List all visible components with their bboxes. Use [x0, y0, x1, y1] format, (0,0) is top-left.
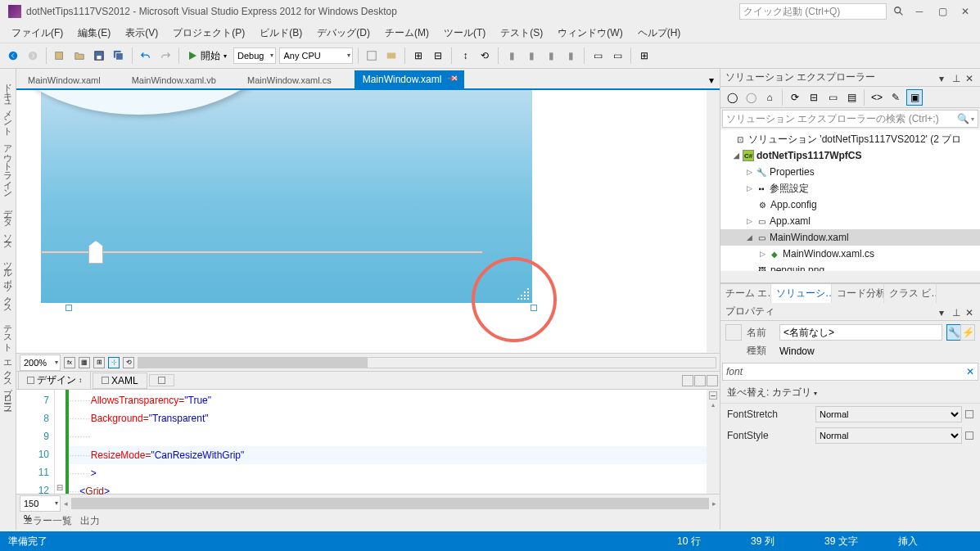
tab-classview[interactable]: クラス ビ…	[884, 284, 937, 303]
tab-overflow[interactable]: ▾	[703, 72, 720, 88]
solution-tree[interactable]: ⊡ソリューション 'dotNetTips1117VS2012' (2 プロ ◢C…	[720, 129, 980, 283]
slider-thumb[interactable]	[88, 241, 103, 264]
menu-tools[interactable]: ツール(T)	[437, 25, 492, 42]
split-h-icon[interactable]	[682, 375, 693, 386]
side-tab-outline[interactable]: ドキュメント アウトライン	[0, 72, 16, 197]
side-tab-toolbox[interactable]: ツールボックス	[0, 251, 16, 313]
dropdown-icon[interactable]: ▾	[939, 73, 949, 83]
tb-icon-3[interactable]: ⊞	[410, 47, 427, 64]
close-icon[interactable]: ✕	[965, 307, 975, 317]
showall-icon[interactable]: ▭	[824, 89, 841, 106]
fontstretch-select[interactable]: Normal	[815, 406, 962, 422]
slider-track[interactable]	[41, 251, 483, 254]
open-button[interactable]	[71, 47, 88, 64]
menu-project[interactable]: プロジェクト(P)	[166, 25, 251, 42]
tb-icon-13[interactable]: ⊞	[636, 47, 653, 64]
menu-window[interactable]: ウィンドウ(W)	[551, 25, 629, 42]
code-content[interactable]: ········AllowsTransparency="True" ······…	[69, 390, 707, 494]
redo-button[interactable]	[157, 47, 174, 64]
refresh-icon[interactable]: ⟳	[787, 89, 803, 106]
snap-icon[interactable]: ⊞	[93, 357, 105, 368]
close-icon[interactable]: ✕	[965, 73, 975, 83]
designer-surface[interactable]	[16, 88, 720, 353]
events-icon[interactable]: ⚡	[960, 324, 975, 341]
doc-tab[interactable]: MainWindow.xaml.cs	[239, 72, 355, 88]
design-tab[interactable]: デザイン↕	[18, 371, 91, 390]
platform-dropdown[interactable]: Any CPU	[279, 47, 353, 64]
tree-item[interactable]: ▷◆MainWindow.xaml.cs	[720, 246, 980, 262]
xaml-editor[interactable]: 789 101112 ⊟ ········AllowsTransparency=…	[16, 389, 720, 494]
zoom-dropdown[interactable]: 200%	[20, 355, 61, 371]
minimize-button[interactable]: ─	[908, 3, 931, 20]
tb-icon-11[interactable]: ▭	[589, 47, 606, 64]
split-v-icon[interactable]	[694, 375, 706, 386]
new-project-button[interactable]	[52, 47, 68, 64]
grid-icon[interactable]: ▦	[79, 357, 90, 368]
pin-icon[interactable]: 📌	[447, 73, 459, 85]
tb-icon-2[interactable]	[383, 47, 400, 64]
collapse-icon[interactable]	[707, 375, 718, 386]
tree-item[interactable]: ⚙App.config	[720, 196, 980, 213]
designer-vscroll[interactable]	[707, 90, 720, 353]
split-icon[interactable]: ─	[709, 391, 717, 400]
fontstyle-select[interactable]: Normal	[815, 427, 962, 444]
menu-team[interactable]: チーム(M)	[378, 25, 436, 42]
pin-icon[interactable]: ⊥	[952, 73, 962, 83]
menu-test[interactable]: テスト(S)	[494, 25, 549, 42]
solution-search[interactable]: ソリューション エクスプローラーの検索 (Ctrl+;) 🔍▾	[722, 110, 978, 128]
quick-launch-input[interactable]: クイック起動 (Ctrl+Q)	[739, 3, 887, 20]
property-search[interactable]: font ✕	[722, 363, 978, 381]
effects-icon[interactable]: fx	[64, 357, 75, 368]
collapse-icon[interactable]: ⊟	[806, 89, 822, 106]
doc-outline-btn[interactable]	[149, 374, 174, 386]
menu-build[interactable]: ビルド(B)	[253, 25, 309, 42]
menu-file[interactable]: ファイル(F)	[5, 25, 70, 42]
menu-help[interactable]: ヘルプ(H)	[631, 25, 688, 42]
code-zoom[interactable]: 150 %	[20, 495, 61, 512]
tb-icon-8[interactable]: ▮	[523, 47, 540, 64]
doc-tab[interactable]: MainWindow.xaml.vb	[124, 72, 239, 88]
side-tab-datasource[interactable]: データ ソース	[0, 199, 16, 250]
snaplines-icon[interactable]: ⊹	[108, 357, 120, 368]
forward-button[interactable]	[25, 47, 41, 64]
back-icon[interactable]: ◯	[724, 89, 740, 106]
tab-codeanalysis[interactable]: コード分析	[832, 284, 884, 303]
menu-debug[interactable]: デバッグ(D)	[310, 25, 377, 42]
maximize-button[interactable]: ▢	[931, 3, 954, 20]
code-hscroll[interactable]	[71, 498, 709, 509]
window-preview[interactable]	[41, 90, 532, 303]
selection-handle[interactable]	[65, 305, 72, 311]
fold-column[interactable]: ⊟	[54, 390, 65, 494]
wrench-icon[interactable]: 🔧	[946, 324, 961, 341]
tb-icon-5[interactable]: ↕	[457, 47, 473, 64]
save-all-button[interactable]	[111, 47, 127, 64]
tb-icon-7[interactable]: ▮	[504, 47, 520, 64]
menu-edit[interactable]: 編集(E)	[71, 25, 117, 42]
tb-icon-10[interactable]: ▮	[562, 47, 579, 64]
property-marker[interactable]	[965, 410, 973, 418]
tb-icon-12[interactable]: ▭	[609, 47, 625, 64]
output-tab[interactable]: 出力	[80, 514, 100, 528]
preview-icon[interactable]: ▣	[906, 89, 923, 106]
fwd-icon[interactable]: ◯	[743, 89, 759, 106]
search-icon[interactable]	[893, 6, 905, 17]
tb-icon-4[interactable]: ⊟	[430, 47, 446, 64]
tb-icon-1[interactable]	[364, 47, 380, 64]
tree-hscroll[interactable]	[720, 271, 980, 282]
tree-item[interactable]: ▷▭App.xaml	[720, 213, 980, 229]
tree-item[interactable]: ▷▪▪参照設定	[720, 180, 980, 196]
menu-view[interactable]: 表示(V)	[119, 25, 165, 42]
save-button[interactable]	[91, 47, 107, 64]
doc-tab-active[interactable]: MainWindow.xaml📌	[355, 70, 465, 88]
dropdown-icon[interactable]: ▾	[939, 307, 949, 317]
close-button[interactable]: ✕	[954, 3, 977, 20]
config-dropdown[interactable]: Debug	[233, 47, 276, 64]
tb-icon-9[interactable]: ▮	[543, 47, 559, 64]
tab-solution[interactable]: ソリューシ…	[771, 284, 832, 303]
home-icon[interactable]: ⌂	[761, 89, 778, 106]
doc-tab[interactable]: MainWindow.xaml	[20, 72, 124, 88]
designer-icon[interactable]: ✎	[887, 89, 904, 106]
designer-hscroll[interactable]	[138, 357, 716, 368]
property-marker[interactable]	[965, 431, 973, 440]
solution-node[interactable]: ⊡ソリューション 'dotNetTips1117VS2012' (2 プロ	[720, 131, 980, 147]
